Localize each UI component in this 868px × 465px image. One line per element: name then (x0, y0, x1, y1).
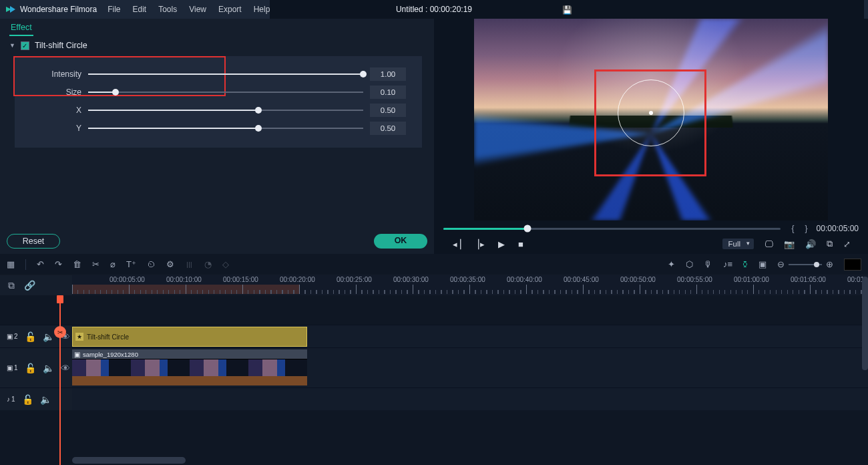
time-ruler[interactable]: 00:00:05:0000:00:10:0000:00:15:0000:00:2… (72, 275, 868, 295)
slider-y[interactable] (88, 124, 363, 133)
menu-help[interactable]: Help (254, 5, 270, 14)
preview-thumbnail[interactable] (844, 259, 861, 271)
mark-in-icon[interactable]: { (790, 224, 797, 233)
ruler-tick: 00:00:30:00 (393, 276, 429, 283)
reset-button[interactable]: Reset (7, 234, 60, 249)
effect-star-icon: ★ (75, 333, 83, 341)
keyframe-icon[interactable]: ◇ (222, 259, 229, 269)
speed-icon[interactable]: ⏲ (147, 259, 156, 269)
track-fx-label: ▣ 2 (7, 333, 18, 340)
undo-icon[interactable]: ↶ (37, 259, 44, 269)
ruler-tick: 00:01:05:00 (791, 276, 826, 283)
title-bar: Wondershare Filmora File Edit Tools View… (0, 0, 868, 19)
param-label-y: Y (31, 124, 81, 133)
ruler-tick: 00:00:35:00 (450, 276, 485, 283)
grid-icon[interactable]: ▦ (7, 259, 15, 269)
lock-icon[interactable]: 🔓 (25, 331, 36, 342)
volume-icon[interactable]: 🔊 (805, 239, 816, 249)
menu-file[interactable]: File (107, 5, 120, 14)
slider-size[interactable] (88, 88, 363, 97)
ok-button[interactable]: OK (374, 234, 427, 249)
menu-view[interactable]: View (189, 5, 206, 14)
lock-icon[interactable]: 🔓 (25, 363, 36, 373)
fullscreen-icon[interactable]: ⤢ (843, 239, 851, 249)
ruler-tick: 00:00:40:00 (507, 276, 542, 283)
timeline-toolbar: ▦ ↶ ↷ 🗑 ✂ ⌀ T⁺ ⏲ ⚙ ⫼ ◔ ◇ ✦ ⬡ 🎙 ♪≡ ⧲ ▣ ⊖ … (0, 254, 868, 275)
mute-icon[interactable]: 🔈 (40, 394, 51, 405)
visibility-icon[interactable]: 👁 (61, 363, 70, 373)
razor-icon[interactable]: ✂ (54, 326, 66, 338)
preview-viewport[interactable] (474, 19, 828, 220)
preview-time: 00:00:05:00 (817, 224, 859, 233)
link-icon[interactable]: 🔗 (24, 280, 35, 291)
tab-effect[interactable]: Effect (9, 23, 33, 36)
timeline-area: ▦ ↶ ↷ 🗑 ✂ ⌀ T⁺ ⏲ ⚙ ⫼ ◔ ◇ ✦ ⬡ 🎙 ♪≡ ⧲ ▣ ⊖ … (0, 254, 868, 465)
color-icon[interactable]: ◔ (204, 259, 212, 269)
ruler-tick: 00:01:00:00 (734, 276, 769, 283)
cut-icon[interactable]: ✂ (92, 259, 99, 269)
zoom-slider[interactable] (789, 264, 822, 265)
tracks-icon[interactable]: ⧉ (8, 280, 15, 291)
tag-icon[interactable]: ⌀ (110, 259, 116, 269)
menu-export[interactable]: Export (218, 5, 242, 14)
value-size[interactable]: 0.10 (370, 86, 406, 99)
next-frame-icon[interactable]: ⎟▸ (475, 239, 485, 249)
vertical-scrollbar[interactable] (862, 277, 868, 370)
magnet-icon[interactable]: ⧲ (743, 259, 748, 269)
ruler-tick: 00:00:20:00 (280, 276, 315, 283)
ruler-tick: 00:00:55:00 (677, 276, 712, 283)
text-icon[interactable]: T⁺ (126, 259, 136, 269)
mixer-icon[interactable]: ✦ (668, 259, 675, 269)
playback-slider[interactable]: { } 00:00:05:00 (443, 223, 859, 234)
play-icon[interactable]: ▶ (498, 239, 505, 249)
zoom-out-icon[interactable]: ⊖ (777, 259, 785, 269)
param-label-intensity: Intensity (31, 69, 81, 79)
mute-icon[interactable]: 🔈 (43, 363, 54, 373)
pop-out-icon[interactable]: ⧉ (827, 239, 833, 249)
track-audio-label: ♪ 1 (7, 396, 15, 403)
crop-icon[interactable]: ▣ (758, 259, 767, 269)
prev-frame-icon[interactable]: ◂⎟ (453, 239, 462, 249)
stop-icon[interactable]: ■ (518, 239, 523, 249)
display-icon[interactable]: 🖵 (765, 239, 773, 249)
parameters-group: Intensity 1.00 Size 0.10 X 0.50 Y 0.50 (15, 56, 422, 148)
menu-edit[interactable]: Edit (133, 5, 147, 14)
playhead[interactable]: ✂ (59, 295, 61, 465)
tracks-container: ✂ ▣ 2 🔓 🔈 👁 ★ Tilt-shift Circle ▣ 1 🔓 � (0, 295, 868, 465)
clip-effect[interactable]: ★ Tilt-shift Circle (72, 327, 307, 347)
clip-video[interactable]: ▣ sample_1920x1280 (72, 349, 307, 385)
slider-x[interactable] (88, 106, 363, 115)
ruler-tick: 00:00:10:00 (166, 276, 202, 283)
ruler-tick: 00:00:15:00 (223, 276, 258, 283)
param-label-size: Size (31, 88, 81, 97)
value-y[interactable]: 0.50 (370, 122, 406, 135)
redo-icon[interactable]: ↷ (55, 259, 62, 269)
delete-icon[interactable]: 🗑 (73, 259, 81, 269)
lock-icon[interactable]: 🔓 (22, 394, 33, 405)
mute-icon[interactable]: 🔈 (43, 331, 54, 342)
app-name: Wondershare Filmora (20, 5, 97, 14)
adjust-icon[interactable]: ⚙ (166, 259, 174, 269)
collapse-icon[interactable]: ▼ (9, 42, 15, 49)
effect-enable-checkbox[interactable]: ✓ (21, 41, 29, 50)
main-menu: File Edit Tools View Export Help (107, 5, 270, 14)
voiceover-icon[interactable]: 🎙 (704, 259, 712, 269)
slider-intensity[interactable] (88, 69, 363, 79)
audio-eq-icon[interactable]: ⫼ (185, 259, 194, 269)
value-x[interactable]: 0.50 (370, 104, 406, 117)
resolution-select[interactable]: Full (722, 239, 754, 249)
menu-tools[interactable]: Tools (158, 5, 177, 14)
section-header[interactable]: ▼ ✓ Tilt-shift Circle (0, 36, 434, 55)
music-icon[interactable]: ♪≡ (723, 259, 732, 269)
value-intensity[interactable]: 1.00 (370, 67, 406, 81)
marker-icon[interactable]: ⬡ (686, 259, 693, 269)
highlight-box-preview (594, 69, 706, 176)
clip-video-name: sample_1920x1280 (83, 351, 138, 358)
snapshot-icon[interactable]: 📷 (784, 239, 795, 249)
horizontal-scrollbar[interactable] (72, 457, 859, 464)
save-icon[interactable]: 💾 (562, 5, 572, 15)
zoom-in-icon[interactable]: ⊕ (826, 259, 833, 269)
app-logo-icon (4, 3, 16, 15)
mark-out-icon[interactable]: } (803, 224, 810, 233)
track-video-label: ▣ 1 (7, 364, 18, 371)
